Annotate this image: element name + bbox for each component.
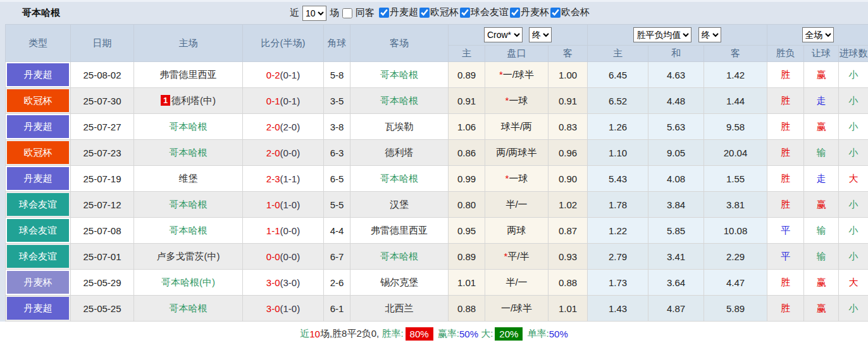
date-cell: 25-07-23 [71,140,134,166]
away-team-cell: 北西兰 [350,296,449,322]
goals-cell: 小 [839,296,868,322]
league-label: 丹麦杯 [521,6,549,18]
home-team-name[interactable]: 维堡 [179,173,198,184]
euro-draw-odds-cell: 4.48 [648,88,704,114]
summary-stat-pill: 20% [495,327,523,341]
handicap-result-cell: 输 [804,244,839,270]
half-time-score: (2-0) [280,122,301,132]
euro-avg-select[interactable]: 胜平负均值 [633,27,691,42]
score-cell: 0-1(0-1) [243,88,324,114]
euro-draw-odds-cell: 9.05 [648,140,704,166]
league-filter-球会友谊[interactable]: 球会友谊 [460,6,509,18]
summary-text: 胜率: [381,328,403,340]
home-team-name[interactable]: 卢多戈雷茨(中) [157,251,220,261]
score-cell: 1-0(1-0) [243,192,324,218]
score-cell: 3-0(1-0) [243,296,324,322]
league-checkbox[interactable] [379,8,389,18]
col-corner: 角球 [324,25,350,62]
away-team-name[interactable]: 锡尔克堡 [380,277,418,287]
away-team-name[interactable]: 哥本哈根 [380,251,418,261]
col-euro-draw: 和 [648,46,704,62]
asia-home-odds-cell: 0.88 [449,296,485,322]
euro-away-odds-cell: 2.29 [704,244,767,270]
away-team-name[interactable]: 哥本哈根 [380,69,418,80]
asia-home-odds-cell: 1.01 [449,270,485,296]
league-filter-欧会杯[interactable]: 欧会杯 [550,6,590,18]
asia-stage-select[interactable]: 终 [529,27,552,42]
handicap-text: 半/一 [505,277,527,287]
home-team-name[interactable]: 哥本哈根(中) [161,277,215,287]
same-away-checkbox[interactable] [342,8,352,18]
away-team-name[interactable]: 哥本哈根 [380,173,418,184]
half-time-score: (1-1) [280,173,301,184]
euro-stage-select[interactable]: 终 [698,27,721,42]
handicap-cell: *平/半 [485,244,549,270]
home-team-name[interactable]: 德利塔(中) [171,95,216,106]
league-badge: 球会友谊 [7,193,69,216]
full-time-score: 0-1 [266,96,280,106]
match-rows: 丹麦超 25-08-02 弗雷德里西亚 0-2(0-1) 5-8 哥本哈根 0.… [6,62,868,322]
asia-home-odds-cell: 0.80 [449,192,485,218]
asia-home-odds-cell: 0.91 [449,88,485,114]
table-row: 球会友谊 25-07-08 哥本哈根 1-1(0-0) 4-4 弗雷德里西亚 0… [6,218,868,244]
home-team-name[interactable]: 哥本哈根 [170,303,208,313]
handicap-cell: *一球 [485,88,549,114]
result-cell: 胜 [767,62,804,88]
home-team-name[interactable]: 哥本哈根 [170,121,208,132]
league-checkbox[interactable] [419,8,430,18]
col-asia-handicap: 盘口 [485,46,549,62]
euro-home-odds-cell: 1.78 [588,192,648,218]
away-team-name[interactable]: 汉堡 [390,199,409,210]
corner-cell: 6-7 [324,244,350,270]
euro-draw-odds-cell: 4.08 [648,166,704,192]
euro-away-odds-cell: 9.58 [704,114,767,140]
league-filter-丹麦超[interactable]: 丹麦超 [379,6,418,18]
euro-away-odds-cell: 1.55 [704,166,767,192]
team-title: 哥本哈根 [22,7,60,19]
league-checkbox[interactable] [550,8,561,18]
away-team-cell: 德利塔 [350,140,449,166]
bookmaker-select[interactable]: Crow* [484,27,523,42]
home-team-cell: 哥本哈根 [134,140,243,166]
recent-count-select[interactable]: 10 [302,6,326,21]
league-filter-丹麦杯[interactable]: 丹麦杯 [510,6,549,18]
summary-text: 50% [459,329,478,339]
home-team-name[interactable]: 弗雷德里西亚 [160,69,217,80]
league-filter-欧冠杯[interactable]: 欧冠杯 [419,6,459,18]
euro-draw-odds-cell: 4.63 [648,62,704,88]
league-checkbox[interactable] [510,8,520,18]
euro-home-odds-cell: 1.43 [588,296,648,322]
home-team-name[interactable]: 哥本哈根 [170,225,208,235]
away-team-name[interactable]: 哥本哈根 [380,95,418,106]
half-time-score: (0-0) [280,147,301,158]
home-team-cell: 哥本哈根 [134,218,243,244]
score-cell: 2-3(1-1) [243,166,324,192]
euro-draw-odds-cell: 5.85 [648,218,704,244]
scope-header: 全场 [767,25,868,46]
asia-away-odds-cell: 0.93 [549,244,588,270]
away-team-name[interactable]: 德利塔 [385,147,414,158]
home-team-name[interactable]: 哥本哈根 [170,147,208,158]
col-home: 主场 [134,25,243,62]
handicap-result-cell: 赢 [804,296,839,322]
corner-cell: 5-8 [324,62,350,88]
away-team-name[interactable]: 弗雷德里西亚 [371,225,428,235]
goals-cell: 小 [839,244,868,270]
league-badge: 丹麦杯 [7,271,69,294]
euro-draw-odds-cell: 3.41 [648,244,704,270]
away-team-name[interactable]: 瓦埃勒 [385,121,414,132]
away-team-name[interactable]: 北西兰 [385,303,414,313]
scope-select[interactable]: 全场 [802,27,834,42]
asia-home-odds-cell: 1.06 [449,114,485,140]
league-cell: 球会友谊 [6,218,71,244]
home-team-cell: 1德利塔(中) [134,88,243,114]
league-checkbox[interactable] [460,8,470,18]
handicap-cell: 两球 [485,218,549,244]
euro-away-odds-cell: 1.42 [704,62,767,88]
league-cell: 丹麦超 [6,296,71,322]
full-time-score: 2-3 [266,173,280,184]
date-cell: 25-07-27 [71,114,134,140]
table-row: 丹麦超 25-08-02 弗雷德里西亚 0-2(0-1) 5-8 哥本哈根 0.… [6,62,868,88]
league-badge: 欧冠杯 [7,141,69,164]
home-team-name[interactable]: 哥本哈根 [170,199,208,210]
